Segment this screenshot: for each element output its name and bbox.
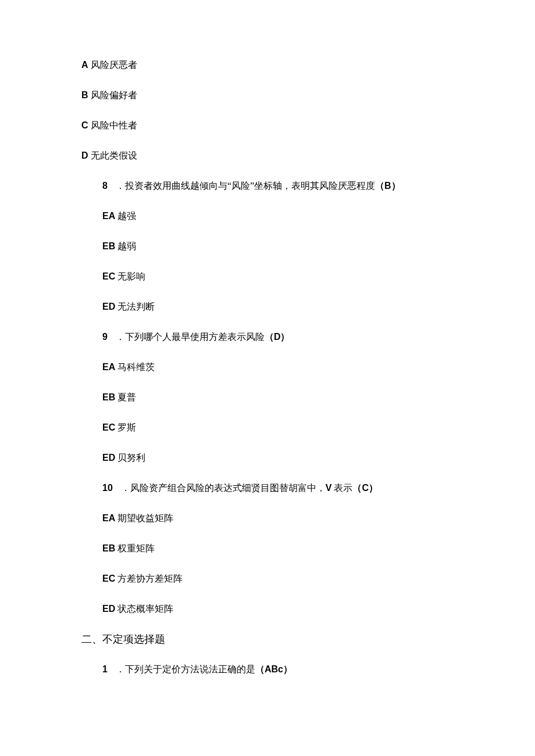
- q10-option-c: EC 方差协方差矩阵: [81, 572, 454, 586]
- q9-option-a: EA 马科维茨: [81, 360, 454, 374]
- option-prefix: EB: [102, 392, 115, 402]
- option-letter: B: [81, 90, 88, 100]
- answer-open: （: [375, 181, 384, 191]
- question-dot: ．: [121, 483, 130, 493]
- q9-stem: 9．下列哪个人最早使用方差表示风险（D）: [81, 330, 454, 344]
- option-text: 期望收益矩阵: [115, 513, 173, 523]
- answer-letter: C: [362, 483, 369, 493]
- q8-option-d: ED 无法判断: [81, 300, 454, 314]
- question-dot: ．: [116, 332, 125, 342]
- option-text: 无法判断: [115, 302, 155, 311]
- q8-option-b: EB 越弱: [81, 239, 454, 253]
- option-prefix: ED: [102, 302, 115, 311]
- s2-q1-stem: 1．下列关于定价方法说法正确的是（ABc）: [81, 662, 454, 676]
- option-text: 风险厌恶者: [88, 60, 137, 70]
- option-text: 无此类假设: [88, 151, 137, 160]
- option-text: 权重矩阵: [115, 543, 155, 553]
- option-letter: D: [81, 151, 88, 160]
- q9-option-b: EB 夏普: [81, 390, 454, 404]
- q7-option-c: C 风险中性者: [81, 119, 454, 132]
- option-prefix: EB: [102, 543, 115, 553]
- q7-option-d: D 无此类假设: [81, 149, 454, 163]
- question-number: 1: [102, 664, 108, 674]
- document-page: A 风险厌恶者 B 风险偏好者 C 风险中性者 D 无此类假设 8．投资者效用曲…: [0, 0, 535, 756]
- q7-option-a: A 风险厌恶者: [81, 58, 454, 72]
- option-letter: A: [81, 60, 88, 70]
- option-text: 无影响: [115, 271, 145, 281]
- question-text-part1: 风险资产组合风险的表达式细贤目图替胡富中，: [130, 483, 326, 493]
- question-number: 10: [102, 483, 113, 493]
- option-prefix: EB: [102, 241, 115, 251]
- option-prefix: ED: [102, 453, 115, 463]
- option-prefix: EC: [102, 271, 115, 281]
- question-text: 下列哪个人最早使用方差表示风险: [125, 332, 265, 342]
- q8-option-a: EA 越强: [81, 209, 454, 223]
- section-2-heading: 二、不定项选择题: [81, 632, 454, 646]
- option-text: 方差协方差矩阵: [115, 574, 183, 583]
- answer-close: ）: [391, 181, 401, 191]
- option-prefix: EC: [102, 574, 115, 583]
- answer-letter: B: [384, 181, 391, 191]
- q10-option-b: EB 权重矩阵: [81, 542, 454, 556]
- option-text: 夏普: [115, 392, 136, 402]
- option-prefix: EA: [102, 211, 115, 221]
- question-text: 下列关于定价方法说法正确的是: [125, 664, 255, 674]
- answer-open: （: [352, 483, 362, 493]
- variable-v: V: [326, 483, 332, 493]
- option-prefix: EA: [102, 362, 115, 372]
- question-text-part2: 表示: [331, 483, 352, 493]
- answer-letter: D: [274, 332, 281, 342]
- q9-option-d: ED 贝努利: [81, 451, 454, 465]
- answer-open: （: [265, 332, 274, 342]
- option-letter: C: [81, 120, 88, 130]
- option-text: 越强: [115, 211, 136, 221]
- option-text: 风险中性者: [88, 120, 137, 130]
- q7-option-b: B 风险偏好者: [81, 88, 454, 102]
- question-number: 9: [102, 332, 108, 342]
- q8-option-c: EC 无影响: [81, 270, 454, 284]
- option-prefix: ED: [102, 604, 115, 614]
- question-text: 投资者效用曲线越倾向与“风险”坐标轴，表明其风险厌恶程度: [125, 181, 375, 191]
- q10-option-a: EA 期望收益矩阵: [81, 511, 454, 525]
- option-prefix: EA: [102, 513, 115, 523]
- option-text: 状态概率矩阵: [115, 604, 173, 614]
- question-dot: ．: [116, 181, 125, 191]
- option-text: 罗斯: [115, 422, 136, 432]
- option-text: 风险偏好者: [88, 90, 137, 100]
- option-text: 贝努利: [115, 453, 145, 463]
- q8-stem: 8．投资者效用曲线越倾向与“风险”坐标轴，表明其风险厌恶程度（B）: [81, 179, 454, 193]
- answer-close: ）: [280, 332, 290, 342]
- q10-stem: 10．风险资产组合风险的表达式细贤目图替胡富中，V 表示（C）: [81, 481, 454, 495]
- answer-close: ）: [369, 483, 378, 493]
- option-text: 马科维茨: [115, 362, 155, 372]
- q9-option-c: EC 罗斯: [81, 421, 454, 435]
- answer-open: （: [255, 664, 265, 674]
- question-dot: ．: [116, 664, 125, 674]
- option-text: 越弱: [115, 241, 136, 251]
- answer-letters: ABc: [265, 664, 283, 674]
- answer-close: ）: [283, 664, 293, 674]
- option-prefix: EC: [102, 422, 115, 432]
- question-number: 8: [102, 181, 108, 191]
- q10-option-d: ED 状态概率矩阵: [81, 602, 454, 616]
